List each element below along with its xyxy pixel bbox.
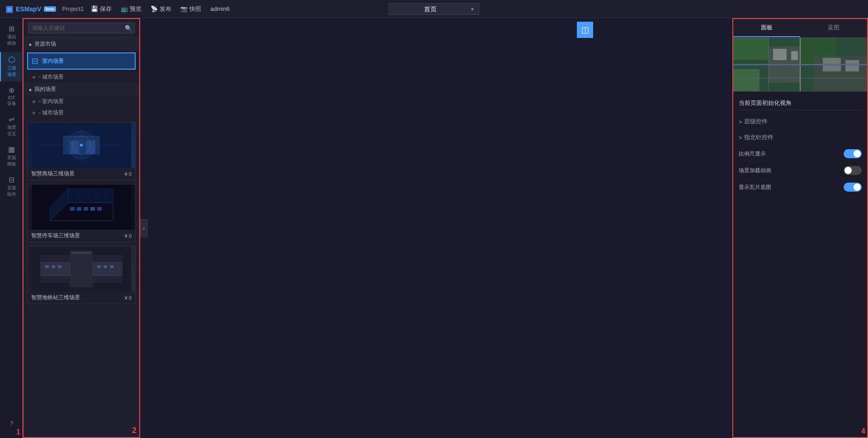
svg-rect-98: [733, 38, 769, 60]
svg-rect-27: [41, 262, 70, 276]
indoor-scene-active[interactable]: ⊟ 室内场景: [27, 52, 136, 70]
my-assets-arrow: ▲: [28, 87, 33, 92]
panel-number-2: 2: [129, 424, 139, 437]
nav-item-page-component[interactable]: ⊟ 页面 组件: [0, 173, 22, 201]
nav-item-page-template[interactable]: ▦ 页面 模板: [0, 142, 22, 171]
card-price-mall: ¥ 0: [125, 171, 132, 177]
screenshot-action[interactable]: 📷 快照: [180, 5, 201, 13]
floor-control-expand[interactable]: > 层级控件: [739, 118, 768, 126]
iot-icon: ⊕: [9, 87, 14, 94]
save-action[interactable]: 💾 保存: [91, 5, 112, 13]
setting-compass: > 指北针控件: [739, 130, 862, 146]
tile-map-toggle[interactable]: [844, 183, 862, 192]
setting-scale: 比例尺显示: [739, 146, 862, 162]
project-icon: ⊞: [9, 25, 14, 33]
panel-number-4: 4: [861, 427, 865, 435]
svg-rect-33: [97, 265, 101, 268]
card-price-metro: ¥ 0: [125, 295, 132, 301]
publish-action[interactable]: 📡 发布: [151, 5, 171, 13]
parking-scene-svg: [32, 184, 131, 230]
topbar-center: 首页: [389, 3, 479, 15]
help-icon: ?: [10, 420, 14, 427]
nav-project-label: 项目 模块: [7, 34, 16, 47]
nav-item-3dscene[interactable]: ⬡ 三维 场景: [0, 52, 22, 81]
mall-scene-svg: [32, 122, 131, 168]
city-scene-sub1[interactable]: - 城市场景: [24, 71, 139, 83]
svg-rect-19: [70, 207, 75, 211]
tile-map-toggle-knob: [854, 184, 861, 191]
svg-rect-100: [733, 69, 760, 92]
tab-panel-label: 面板: [761, 24, 773, 31]
logo-icon: ▣: [5, 4, 13, 14]
viewport-container: « ◫: [140, 18, 732, 438]
card-name-mall: 智慧商场三维场景: [31, 170, 75, 178]
topbar-right-actions: 💾 保存 📺 预览 📡 发布 📷 快照 admin6: [91, 5, 230, 13]
card-thumbnail-mall: [28, 122, 135, 168]
card-info-mall: 智慧商场三维场景 ¥ 0: [28, 168, 135, 180]
tab-blueprint[interactable]: 蓝图: [800, 19, 867, 37]
scale-toggle[interactable]: [844, 149, 862, 158]
my-indoor-scene[interactable]: - 室内场景: [24, 96, 139, 107]
right-side-panel: 面板 蓝图: [732, 18, 868, 438]
collapse-panel-btn[interactable]: «: [140, 219, 147, 237]
svg-rect-107: [773, 49, 787, 60]
metro-scene-svg: [32, 246, 131, 292]
card-price-parking: ¥ 0: [125, 233, 132, 239]
app-name: ESMapV: [16, 5, 41, 13]
scale-label: 比例尺显示: [739, 150, 766, 158]
layer-icon: ◫: [581, 25, 589, 35]
svg-rect-20: [77, 207, 81, 211]
user-account[interactable]: admin6: [210, 5, 230, 12]
scene-card-mall[interactable]: 智慧商场三维场景 ¥ 0: [27, 122, 136, 180]
preview-action[interactable]: 📺 预览: [121, 5, 142, 13]
scene-card-parking[interactable]: 智慧停车场三维场景 ¥ 0: [27, 184, 136, 242]
svg-point-9: [80, 144, 83, 146]
panel-section-title: 当前页面初始化视角: [739, 95, 862, 110]
nav-item-iot[interactable]: ⊕ IOT 设备: [0, 83, 22, 110]
panel-number-1: 1: [16, 428, 20, 436]
svg-rect-22: [90, 207, 95, 211]
compass-expand[interactable]: > 指北针控件: [739, 133, 774, 141]
asset-market-section: ▲ 资源市场: [24, 38, 139, 51]
nav-item-project[interactable]: ⊞ 项目 模块: [0, 22, 22, 50]
card-thumbnail-parking: [28, 184, 135, 230]
screenshot-icon: 📷: [180, 5, 188, 12]
tab-panel[interactable]: 面板: [733, 19, 800, 37]
nav-item-interact[interactable]: ⇌ 场景 交互: [0, 112, 22, 141]
scene-cards-list: 智慧商场三维场景 ¥ 0: [24, 118, 139, 437]
svg-rect-108: [791, 51, 798, 60]
svg-rect-5: [70, 141, 79, 154]
beta-badge: beta: [44, 6, 56, 12]
asset-market-header[interactable]: ▲ 资源市场: [24, 38, 139, 51]
svg-rect-26: [70, 251, 93, 287]
svg-rect-110: [845, 60, 859, 71]
page-select[interactable]: 首页: [389, 3, 479, 15]
city-scene-sub2[interactable]: - 城市场景: [24, 107, 139, 118]
layer-button[interactable]: ◫: [577, 22, 593, 38]
floor-control-arrow: >: [739, 118, 742, 125]
scene-card-metro[interactable]: 智慧地铁站三维场景 ¥ 0: [27, 246, 136, 304]
nav-page-template-label: 页面 模板: [7, 155, 16, 167]
page-template-icon: ▦: [8, 146, 15, 153]
map-thumbnail: [733, 38, 867, 92]
main-layout: ⊞ 项目 模块 ⬡ 三维 场景 ⊕ IOT 设备 ⇌ 场景 交互 ▦ 页面 模板…: [0, 18, 868, 438]
svg-rect-28: [93, 262, 122, 276]
tile-map-label: 显示瓦片底图: [739, 184, 771, 191]
active-card-area: ⊟ 室内场景: [24, 51, 139, 71]
interact-icon: ⇌: [9, 116, 14, 123]
page-component-icon: ⊟: [9, 176, 14, 184]
left-panel-search-header: 🔍: [24, 19, 139, 38]
my-assets-header[interactable]: ▲ 我的场景: [24, 83, 139, 96]
save-icon: 💾: [91, 5, 98, 12]
nav-page-component-label: 页面 组件: [7, 185, 16, 198]
keyword-search-input[interactable]: [28, 23, 135, 33]
panel-tabs: 面板 蓝图: [733, 19, 867, 38]
3dscene-icon: ⬡: [8, 56, 15, 64]
setting-load-anim: 场景加载动画: [739, 162, 862, 179]
my-assets-label: 我的场景: [34, 85, 56, 93]
svg-rect-21: [84, 207, 88, 211]
publish-icon: 📡: [151, 5, 158, 12]
search-icon[interactable]: 🔍: [125, 25, 132, 32]
svg-rect-29: [71, 252, 91, 254]
load-anim-toggle[interactable]: [844, 166, 862, 175]
